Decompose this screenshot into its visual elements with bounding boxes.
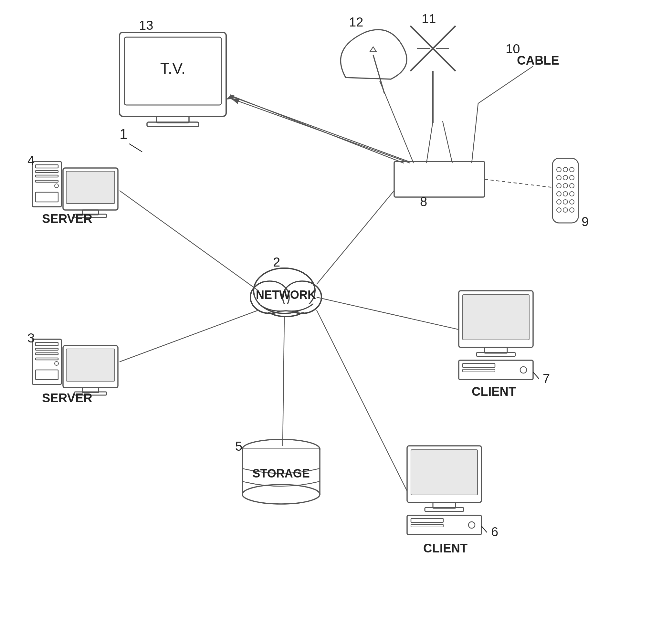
svg-rect-39: [411, 450, 478, 495]
server1-label: SERVER: [42, 212, 92, 226]
server2-label: SERVER: [42, 391, 92, 405]
svg-rect-56: [394, 161, 485, 197]
svg-point-37: [242, 484, 320, 504]
hub-box: [394, 161, 485, 197]
label-3: 3: [28, 331, 34, 345]
tv-label: T.V.: [160, 60, 186, 77]
tv: T.V.: [119, 32, 226, 127]
client1: [407, 446, 481, 535]
client2: [459, 291, 533, 380]
svg-rect-57: [553, 158, 578, 223]
label-1: 1: [119, 126, 127, 142]
label-12: 12: [349, 15, 364, 29]
remote-control: [553, 158, 578, 223]
label-6: 6: [491, 525, 498, 539]
label-13: 13: [139, 18, 154, 32]
label-9: 9: [582, 215, 589, 229]
svg-rect-48: [463, 295, 529, 340]
label-2: 2: [273, 255, 280, 269]
label-10: 10: [506, 42, 520, 56]
svg-rect-20: [66, 171, 115, 204]
label-5: 5: [235, 439, 242, 453]
cable-label: CABLE: [517, 54, 559, 67]
storage-label: STORAGE: [252, 467, 309, 480]
network-diagram: 1 NETWORK 2 SER: [0, 0, 672, 640]
label-4: 4: [28, 153, 34, 168]
client2-label: CLIENT: [472, 385, 516, 398]
storage: STORAGE: [242, 439, 320, 504]
client1-label: CLIENT: [423, 541, 467, 555]
svg-rect-31: [66, 349, 115, 381]
label-7: 7: [543, 371, 550, 386]
label-11: 11: [422, 12, 436, 26]
label-8: 8: [420, 194, 427, 209]
svg-rect-36: [243, 449, 319, 452]
network-label: NETWORK: [256, 288, 316, 302]
svg-rect-0: [0, 0, 672, 640]
